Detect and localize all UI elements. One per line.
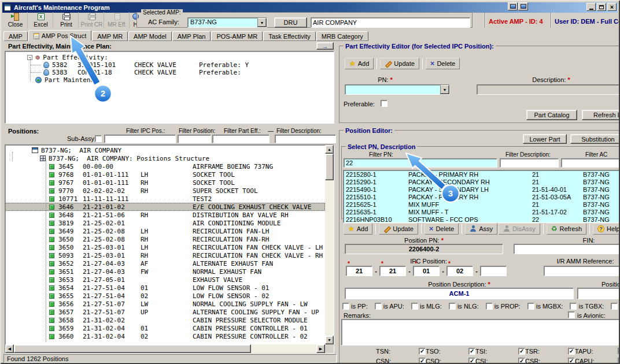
table-row[interactable]: 3657 21-27-51-07 UP ALTERNATE COOLING SU… bbox=[5, 308, 325, 316]
ir-amm-input[interactable] bbox=[544, 266, 620, 276]
disassy-button[interactable]: DisAssy bbox=[499, 223, 540, 235]
avionic-checkbox[interactable] bbox=[568, 311, 575, 318]
vertical-scrollbar[interactable]: ▲ ▼ bbox=[325, 145, 334, 344]
filter-description-input[interactable] bbox=[500, 158, 559, 168]
counter-checkbox[interactable] bbox=[518, 348, 525, 355]
pn-list-row[interactable]: 2215510-1 PACKAY - PRIMARY RH 21-51-03-0… bbox=[344, 193, 620, 200]
flag-checkbox[interactable] bbox=[342, 303, 349, 310]
counter-checkbox[interactable] bbox=[568, 358, 575, 364]
ipc-segment-input[interactable]: * 21 bbox=[379, 266, 406, 276]
print-button[interactable]: Print bbox=[54, 12, 79, 28]
table-row[interactable]: 3819 21-25-02-01 AIR CONDITIONING MODULE bbox=[5, 219, 325, 227]
excel-button[interactable]: X Excel bbox=[29, 12, 53, 28]
pn-combo[interactable]: ▼ bbox=[345, 84, 450, 95]
tree-node-positions-structure[interactable]: B737-NG; AIR COMPANY: Positions Structur… bbox=[5, 154, 325, 162]
tab[interactable]: AMP bbox=[3, 31, 28, 41]
scroll-up-button[interactable]: ▲ bbox=[325, 145, 334, 154]
ipc-segment-input[interactable]: * 21 bbox=[346, 266, 372, 276]
pn-list-row[interactable]: 2215290-1 PACKAY - SECONDARY RH 21 B737-… bbox=[344, 178, 620, 185]
filter-ipc-input[interactable] bbox=[104, 135, 176, 143]
filter-pn-input[interactable] bbox=[344, 158, 497, 168]
part-effectivity-item[interactable]: 5383 CON701-18 CHECK VALVE Preferable: bbox=[5, 69, 334, 76]
chevron-down-icon[interactable]: ▼ bbox=[257, 18, 267, 27]
counter-checkbox[interactable] bbox=[618, 358, 620, 364]
expand-arrow-button[interactable]: → bbox=[316, 42, 334, 50]
pn-list-row[interactable]: 2215490-1 PACKAY - SECONDARY LH 21-51-40… bbox=[344, 185, 620, 193]
pn-list-row[interactable]: 2215635-1 MIX MUFF - T 21-51-17-02 B737-… bbox=[344, 208, 620, 216]
flag-checkbox[interactable] bbox=[411, 303, 418, 310]
table-row[interactable]: 9768 01-01-01-111 LH SOCKET TOOL bbox=[5, 170, 325, 179]
sub-assy-checkbox[interactable] bbox=[95, 135, 102, 142]
flag-checkbox[interactable] bbox=[449, 303, 456, 310]
flag-checkbox[interactable] bbox=[527, 303, 534, 310]
horizontal-scroll-thumb[interactable] bbox=[14, 344, 251, 353]
counter-checkbox[interactable] bbox=[419, 358, 426, 364]
table-row[interactable]: 3651 21-27-04-03 FW NORMAL EXHAUST FAN bbox=[5, 268, 325, 276]
dru-button[interactable]: DRU bbox=[274, 17, 307, 28]
delete-button[interactable]: ×Delete bbox=[426, 58, 460, 69]
table-row[interactable]: 3650 21-25-02-08 RH RECIRCULATION FAN-RH bbox=[5, 235, 325, 243]
ipc-segment-input[interactable]: * 02 bbox=[446, 266, 473, 276]
tab[interactable]: AMP Model bbox=[128, 31, 172, 41]
pn-list-row[interactable]: 2215280-1 PACKAY - PRIMARY RH 21 B737-NG bbox=[344, 170, 620, 178]
refresh-info-button[interactable]: Refresh Info bbox=[582, 110, 620, 120]
refresh-button[interactable]: ♻Refresh bbox=[547, 223, 586, 235]
tree-node-company[interactable]: B737-NG; AIR COMPANY bbox=[5, 146, 325, 154]
maximize-button[interactable] bbox=[597, 3, 606, 11]
ac-family-combo[interactable]: B737-NG ▼ bbox=[187, 17, 267, 28]
counter-checkbox[interactable] bbox=[518, 358, 525, 364]
position-description-field[interactable]: ACM-1 bbox=[345, 288, 574, 299]
counter-checkbox[interactable] bbox=[419, 348, 426, 355]
scroll-right-button[interactable]: ▶ bbox=[316, 344, 325, 353]
flag-checkbox[interactable] bbox=[486, 303, 493, 310]
table-row[interactable]: 3655 21-27-51-04 02 LOW FLOW SENSOR - 02 bbox=[5, 292, 325, 300]
counter-checkbox[interactable] bbox=[468, 348, 475, 355]
delete-button[interactable]: ×Delete bbox=[425, 223, 459, 235]
update-button[interactable]: Update bbox=[380, 58, 419, 69]
ipc-segment-input[interactable]: * 01 bbox=[413, 266, 440, 276]
scroll-down-button[interactable]: ▼ bbox=[325, 336, 334, 344]
help-button[interactable]: ?Help bbox=[593, 223, 620, 235]
add-button[interactable]: ★Add bbox=[344, 223, 372, 235]
table-row[interactable]: 9770 02-02-02-02 RH SUPER SOCKET TOOL bbox=[5, 187, 325, 195]
horizontal-scrollbar[interactable]: ◀ ▶ bbox=[5, 344, 325, 353]
mr-eff-button[interactable]: MR Eff. bbox=[105, 12, 130, 28]
tree-node-part-maintenance[interactable]: Part Maintenan bbox=[5, 76, 334, 84]
pn-list-row[interactable]: 2215625-1 MIX MUFF 21 B737-NG bbox=[344, 200, 620, 208]
vertical-scroll-thumb[interactable] bbox=[325, 154, 334, 180]
tree-node-part-effectivity[interactable]: - ⚙⚙ Part Effectivity: bbox=[5, 54, 334, 61]
table-row[interactable]: 3650 21-25-03-01 LH RECIRCULATION FAN CH… bbox=[5, 243, 325, 251]
table-row[interactable]: 3659 21-31-02-04 01 CABIN PRESSURE CONTR… bbox=[5, 324, 325, 332]
table-row[interactable]: 3654 21-27-51-04 01 LOW FLOW SENSOR - 01 bbox=[5, 284, 325, 292]
company-field[interactable] bbox=[311, 17, 470, 28]
flag-checkbox[interactable] bbox=[375, 303, 382, 310]
flag-checkbox[interactable] bbox=[570, 303, 577, 310]
tab[interactable]: AMP MR bbox=[92, 31, 128, 41]
table-row[interactable]: 3658 21-31-02-02 CABIN PRESSURE SELECTOR… bbox=[5, 316, 325, 324]
print-cr-button[interactable]: Print CR bbox=[80, 12, 104, 28]
tab[interactable]: POS-AMP MR bbox=[211, 31, 263, 41]
counter-checkbox[interactable] bbox=[468, 358, 475, 364]
lower-part-button[interactable]: Lower Part bbox=[523, 134, 567, 144]
table-row[interactable]: 3660 21-31-02-04 02 CABIN PRESSURE CONTR… bbox=[5, 332, 325, 340]
substitution-button[interactable]: Substitution bbox=[570, 134, 620, 144]
tab[interactable]: MRB Category bbox=[316, 31, 368, 41]
close-button[interactable]: Close bbox=[3, 12, 28, 28]
table-row[interactable]: 10771 11-11-11-111 TEST2 bbox=[5, 195, 325, 203]
pn-list-row[interactable]: 2216HNP03B10 SOFTWARE - FCC OPS 22 B737-… bbox=[344, 216, 620, 223]
table-row[interactable]: 3648 21-21-51-06 RH DISTRIBUTION BAY VAL… bbox=[5, 211, 325, 219]
filter-description-input[interactable] bbox=[275, 135, 336, 143]
window-tool-icon-2[interactable] bbox=[518, 2, 528, 10]
position-input[interactable] bbox=[577, 288, 620, 299]
chevron-down-icon[interactable]: ▼ bbox=[440, 85, 449, 94]
remarks-textarea[interactable] bbox=[341, 319, 620, 346]
table-row[interactable]: 3645 00-00-00 AIRFRAME BOEING 737NG bbox=[5, 162, 325, 170]
minimize-button[interactable] bbox=[586, 3, 596, 11]
update-button[interactable]: Update bbox=[379, 223, 418, 235]
scroll-left-button[interactable]: ◀ bbox=[5, 344, 14, 353]
filter-position-input[interactable] bbox=[178, 135, 211, 143]
table-row[interactable]: 3653 21-27-05-01 EXHAUST VALVE bbox=[5, 276, 325, 284]
part-effectivity-item[interactable]: 5382 310015-101 CHECK VALVE Preferable: … bbox=[5, 61, 334, 69]
fin-input[interactable] bbox=[514, 244, 620, 254]
add-button[interactable]: ★Add bbox=[345, 58, 374, 69]
